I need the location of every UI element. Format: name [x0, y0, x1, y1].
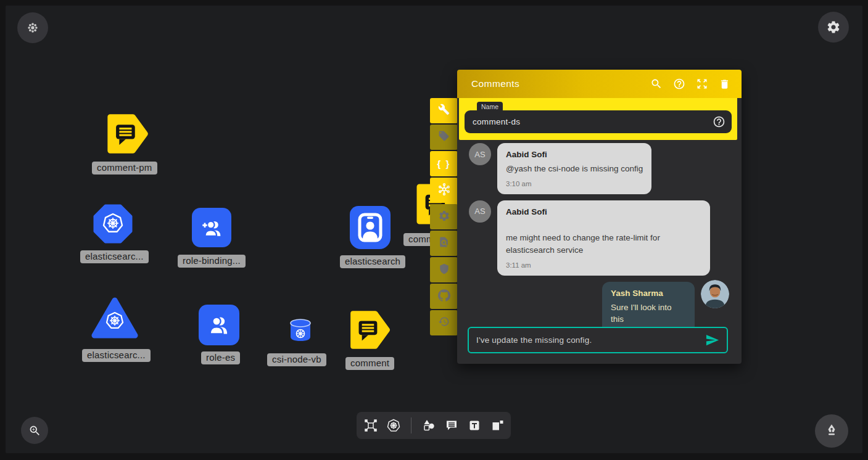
node-elasticsearch-service-account[interactable]	[350, 206, 391, 249]
app-frame: comment-pm elasticsearc... role-binding.…	[0, 0, 868, 460]
doc-search-icon	[438, 236, 450, 250]
app-menu-button[interactable]	[17, 12, 48, 43]
field-help-icon[interactable]	[713, 115, 725, 128]
shapes-icon[interactable]	[421, 418, 436, 433]
shield-icon	[439, 263, 450, 277]
node-elasticsearch-octagon[interactable]	[93, 204, 133, 244]
delete-icon[interactable]	[719, 78, 730, 90]
node-role-binding[interactable]	[192, 208, 231, 247]
name-field-label: Name	[477, 102, 503, 112]
node-csi-node-vb[interactable]	[289, 318, 312, 343]
message-time: 3:10 am	[506, 179, 643, 189]
chat-message-input[interactable]	[476, 335, 700, 345]
comment-shape-icon	[104, 111, 149, 157]
node-role-es[interactable]	[199, 305, 239, 345]
toolbar-item-github[interactable]	[430, 284, 458, 309]
toolbar-item-security[interactable]	[430, 257, 458, 282]
pen-tool-button[interactable]	[815, 414, 848, 448]
message-author: Aabid Sofi	[506, 206, 701, 218]
node-label: role-es	[201, 351, 240, 364]
gear-icon	[438, 210, 450, 224]
message-bubble: Aabid Sofi @yash the csi-node is missing…	[497, 143, 651, 194]
node-action-toolbar: { }	[430, 98, 458, 335]
avatar: AS	[469, 143, 491, 165]
node-label: csi-node-vb	[267, 353, 326, 366]
node-comment-pm[interactable]	[104, 111, 149, 157]
avatar-photo	[701, 280, 729, 308]
message-time: 3:11 am	[506, 260, 701, 271]
bottom-dock	[357, 412, 511, 439]
expand-icon[interactable]	[696, 78, 708, 90]
history-icon	[438, 316, 450, 330]
comment-icon[interactable]	[444, 418, 459, 433]
message-author: Yash Sharma	[611, 287, 686, 300]
node-comment[interactable]	[347, 307, 391, 353]
toolbar-item-configure[interactable]	[430, 98, 458, 123]
toolbar-item-inspect[interactable]	[430, 231, 458, 256]
note-icon[interactable]	[490, 418, 505, 433]
tag-icon	[438, 130, 450, 144]
chat-input-row	[468, 327, 728, 353]
pen-nib-icon	[824, 423, 840, 439]
node-label: elasticsearc...	[82, 349, 151, 362]
toolbar-item-tag[interactable]	[430, 125, 458, 150]
role-icon	[206, 312, 232, 338]
node-label: elasticsearch	[340, 255, 405, 268]
kubernetes-icon[interactable]	[386, 418, 401, 433]
zoom-in-button[interactable]	[21, 417, 48, 444]
name-input[interactable]	[473, 117, 713, 126]
message: AS Aabid Sofi @yash the csi-node is miss…	[469, 143, 729, 194]
message: AS Aabid Sofi me might need to change th…	[469, 200, 729, 276]
message-list: AS Aabid Sofi @yash the csi-node is miss…	[457, 140, 742, 344]
toolbar-item-settings[interactable]	[430, 204, 458, 229]
search-icon[interactable]	[650, 78, 663, 90]
role-binding-icon	[199, 215, 224, 240]
comment-shape-icon	[347, 307, 391, 353]
node-label: comment	[345, 357, 394, 370]
flower-asterisk-icon	[26, 21, 39, 35]
comments-panel-header[interactable]: Comments	[457, 70, 742, 98]
message-text: Sure I'll look into this	[611, 302, 686, 326]
gear-icon	[826, 20, 841, 35]
infrastructure-icon[interactable]	[363, 418, 378, 433]
node-label: role-binding...	[178, 255, 246, 268]
storage-cylinder-icon	[289, 318, 312, 343]
name-field[interactable]: Name	[465, 110, 732, 133]
name-section: Name	[459, 98, 737, 140]
toolbar-item-config-code[interactable]: { }	[430, 151, 458, 176]
help-icon[interactable]	[673, 78, 685, 90]
service-account-badge-icon	[357, 212, 384, 243]
text-icon[interactable]	[467, 418, 482, 433]
avatar: AS	[469, 200, 491, 223]
message-text: me might need to change the rate-limit f…	[506, 232, 701, 256]
wrench-icon	[438, 104, 450, 118]
settings-button[interactable]	[818, 12, 849, 43]
mesh-snowflake-icon	[437, 183, 451, 199]
node-label: comment-pm	[92, 162, 157, 175]
kubernetes-triangle-icon	[90, 294, 139, 343]
node-label: elasticsearc...	[80, 250, 149, 263]
node-elasticsearch-triangle[interactable]	[90, 294, 139, 343]
message-author: Aabid Sofi	[506, 149, 643, 161]
github-icon	[438, 289, 450, 304]
dock-divider	[411, 417, 411, 433]
kubernetes-octagon-icon	[93, 204, 133, 244]
zoom-in-icon	[28, 424, 41, 437]
send-icon[interactable]	[705, 333, 719, 347]
message-bubble: Aabid Sofi me might need to change the r…	[497, 200, 710, 276]
toolbar-item-history[interactable]	[430, 310, 458, 335]
message-text: @yash the csi-node is missing config	[506, 163, 643, 175]
braces-icon: { }	[437, 158, 451, 169]
toolbar-item-mesh[interactable]	[430, 178, 458, 203]
comments-panel: Comments Name AS Aabid Sofi @yash the cs…	[457, 70, 742, 364]
panel-title: Comments	[471, 78, 650, 89]
